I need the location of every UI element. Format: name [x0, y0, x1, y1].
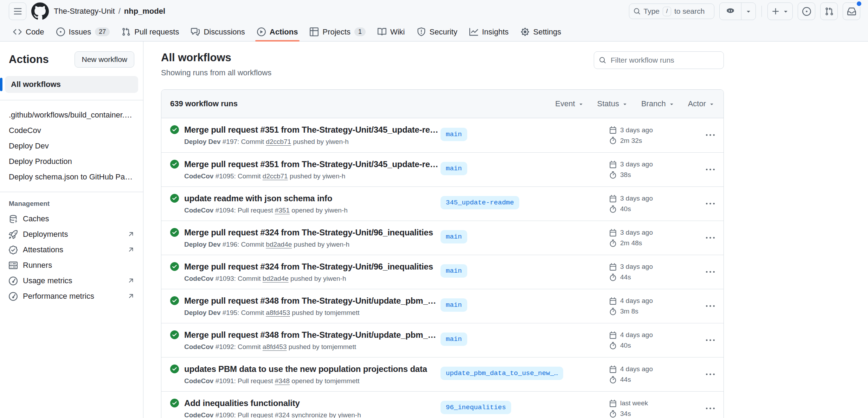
branch-badge[interactable]: main	[441, 332, 467, 346]
tab-pull-requests[interactable]: Pull requests	[116, 23, 184, 41]
branch-badge[interactable]: main	[441, 264, 467, 278]
run-text-block: updates PBM data to use the new populati…	[184, 364, 427, 385]
workflow-link[interactable]: Deploy Dev	[9, 138, 134, 154]
workflow-link[interactable]: Deploy Production	[9, 154, 134, 169]
run-title-link[interactable]: Merge pull request #351 from The-Strateg…	[184, 159, 441, 169]
workflow-link[interactable]: Deploy schema.json to GitHub Pages	[9, 169, 134, 185]
external-link-icon	[127, 231, 134, 238]
github-logo[interactable]	[31, 2, 49, 20]
run-title-link[interactable]: updates PBM data to use the new populati…	[184, 364, 427, 374]
run-options-button[interactable]	[697, 336, 715, 345]
chevron-down-icon	[709, 101, 715, 107]
run-options-button[interactable]	[697, 302, 715, 311]
run-title-link[interactable]: update readme with json schema info	[184, 194, 348, 203]
run-description: Deploy Dev #197: Commit d2ccb71 pushed b…	[184, 138, 441, 146]
issues-dashboard-button[interactable]	[798, 2, 815, 20]
run-commit-link[interactable]: d2ccb71	[263, 172, 288, 180]
run-branch-cell: 96_inequalities	[441, 401, 609, 416]
create-new-button[interactable]	[767, 2, 793, 20]
tab-wiki[interactable]: Wiki	[372, 23, 410, 41]
run-commit-link[interactable]: a8fd453	[263, 343, 287, 350]
workflow-link[interactable]: CodeCov	[9, 123, 134, 138]
run-workflow-name: Deploy Dev	[184, 138, 220, 145]
run-branch-cell: main	[441, 230, 609, 246]
calendar-icon	[609, 161, 617, 168]
branch-badge[interactable]: 96_inequalities	[441, 401, 511, 414]
issue-opened-icon	[56, 27, 65, 36]
run-commit-link[interactable]: #324	[275, 411, 290, 418]
branch-badge[interactable]: main	[441, 298, 467, 312]
run-commit-link[interactable]: bd2ad4e	[266, 241, 292, 248]
filter-dropdown-event[interactable]: Event	[555, 99, 584, 108]
run-title-link[interactable]: Merge pull request #351 from The-Strateg…	[184, 125, 441, 135]
run-title-link[interactable]: Merge pull request #348 from The-Strateg…	[184, 330, 441, 340]
filter-dropdown-label: Event	[555, 99, 575, 108]
run-commit-link[interactable]: #351	[275, 207, 290, 214]
filter-dropdown-label: Actor	[688, 99, 706, 108]
run-options-button[interactable]	[697, 370, 715, 379]
tab-projects[interactable]: Projects1	[304, 23, 371, 41]
run-title-link[interactable]: Merge pull request #348 from The-Strateg…	[184, 296, 441, 306]
success-status-icon	[170, 160, 179, 169]
breadcrumb-owner[interactable]: The-Strategy-Unit	[54, 7, 115, 16]
tab-security[interactable]: Security	[412, 23, 463, 41]
filter-dropdown-actor[interactable]: Actor	[688, 99, 715, 108]
tab-code[interactable]: Code	[8, 23, 50, 41]
sidebar-item-runners[interactable]: Runners	[9, 258, 134, 273]
branch-badge[interactable]: main	[441, 230, 467, 243]
filter-dropdown-status[interactable]: Status	[597, 99, 628, 108]
workflow-link[interactable]: .github/workflows/build_container.yaml	[9, 107, 134, 123]
tab-discussions[interactable]: Discussions	[186, 23, 250, 41]
run-workflow-name: CodeCov	[184, 411, 213, 418]
run-commit-link[interactable]: #348	[275, 377, 290, 385]
filter-dropdown-label: Branch	[641, 99, 666, 108]
run-title-link[interactable]: Add inequalities functionality	[184, 398, 361, 408]
run-options-button[interactable]	[697, 200, 715, 208]
hamburger-menu-button[interactable]	[9, 2, 26, 20]
run-description: CodeCov #1091: Pull request #348 opened …	[184, 377, 427, 385]
run-commit-link[interactable]: a8fd453	[266, 309, 290, 316]
global-search-button[interactable]: Type / to search	[629, 4, 714, 19]
run-options-button[interactable]	[697, 268, 715, 277]
tab-insights[interactable]: Insights	[464, 23, 514, 41]
sidebar-item-all-workflows[interactable]: All workflows	[5, 76, 138, 93]
run-workflow-name: Deploy Dev	[184, 241, 220, 248]
tab-actions[interactable]: Actions	[252, 23, 303, 41]
sidebar-item-caches[interactable]: Caches	[9, 211, 134, 227]
run-commit-link[interactable]: d2ccb71	[266, 138, 291, 145]
kebab-menu-icon	[706, 165, 715, 174]
run-options-button[interactable]	[697, 165, 715, 174]
run-options-button[interactable]	[697, 131, 715, 140]
sidebar-item-usage-metrics[interactable]: Usage metrics	[9, 273, 134, 289]
tab-label: Discussions	[204, 27, 245, 37]
run-options-button[interactable]	[697, 404, 715, 413]
branch-badge[interactable]: 345_update-readme	[441, 196, 519, 209]
run-title-link[interactable]: Merge pull request #324 from The-Strateg…	[184, 228, 433, 238]
run-commit-link[interactable]: bd2ad4e	[263, 275, 289, 282]
chevron-down-icon	[669, 101, 675, 107]
success-status-icon	[170, 296, 179, 305]
run-summary: Merge pull request #324 from The-Strateg…	[170, 262, 441, 283]
sidebar-item-deployments[interactable]: Deployments	[9, 227, 134, 242]
branch-badge[interactable]: main	[441, 162, 467, 175]
filter-workflow-runs-input[interactable]	[610, 56, 719, 65]
comment-discussion-icon	[191, 27, 200, 36]
sidebar-item-attestations[interactable]: Attestations	[9, 242, 134, 258]
breadcrumb-repo[interactable]: nhp_model	[124, 7, 165, 16]
branch-badge[interactable]: update_pbm_data_to_use_new_…	[441, 367, 563, 380]
filter-dropdown-branch[interactable]: Branch	[641, 99, 675, 108]
tab-issues[interactable]: Issues27	[51, 23, 115, 41]
calendar-icon	[609, 297, 617, 305]
run-title-link[interactable]: Merge pull request #324 from The-Strateg…	[184, 262, 433, 272]
branch-badge[interactable]: main	[441, 128, 467, 141]
pull-requests-dashboard-button[interactable]	[820, 2, 838, 20]
sidebar-item-performance-metrics[interactable]: Performance metrics	[9, 289, 134, 304]
search-placeholder-before: Type	[644, 7, 660, 15]
tab-settings[interactable]: Settings	[515, 23, 567, 41]
actions-sidebar: Actions New workflow All workflows .gith…	[0, 42, 143, 418]
new-workflow-button[interactable]: New workflow	[75, 51, 134, 68]
run-options-button[interactable]	[697, 234, 715, 242]
copilot-button[interactable]	[720, 3, 741, 20]
copilot-dropdown-button[interactable]	[741, 3, 756, 20]
notifications-inbox-button[interactable]	[843, 2, 860, 20]
